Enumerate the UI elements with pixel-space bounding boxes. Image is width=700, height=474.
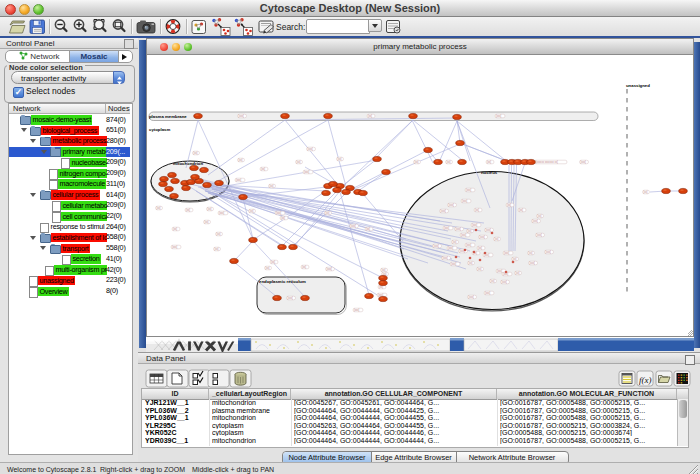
svg-text:[xx]: [xx] [239,158,243,162]
svg-text:[xxx]: [xxx] [496,114,502,118]
svg-text:[xxx]: [xxx] [448,246,454,250]
svg-text:[xx]: [xx] [491,279,495,283]
svg-text:[xx]: [xx] [194,151,198,155]
svg-text:[xx]: [xx] [366,227,370,231]
svg-text:[xx]: [xx] [250,209,254,213]
svg-text:[xxx]: [xxx] [485,291,491,295]
svg-text:[xx]: [xx] [507,203,511,207]
svg-text:[xxx]: [xxx] [504,251,510,255]
svg-text:[xx]: [xx] [513,257,517,261]
svg-text:[xx]: [xx] [495,237,499,241]
svg-text:[xx]: [xx] [644,190,648,194]
svg-text:[xxx]: [xxx] [219,211,225,215]
svg-text:[xxx]: [xxx] [461,233,467,237]
svg-text:cytoplasm: cytoplasm [149,127,170,132]
svg-text:[xx]: [xx] [173,227,177,231]
svg-text:[xx]: [xx] [338,157,342,161]
svg-text:[xx]: [xx] [208,207,212,211]
svg-text:[xx]: [xx] [326,211,330,215]
svg-text:endoplasmic reticulum: endoplasmic reticulum [259,279,306,284]
svg-text:f(x): f(x) [639,375,652,385]
svg-text:[xx]: [xx] [487,160,491,164]
svg-text:[xx]: [xx] [529,251,533,255]
svg-text:[xx]: [xx] [157,206,161,210]
svg-text:[xxx]: [xxx] [172,245,178,249]
svg-text:[xxxxxx xxxxxxx xx]: [xxxxxx xxxxxxx xx] [536,160,559,164]
svg-text:[xxx]: [xxx] [451,262,457,266]
svg-text:unassigned: unassigned [626,83,650,88]
svg-text:[xx]: [xx] [302,265,306,269]
svg-text:[xxx]: [xxx] [441,209,447,213]
svg-text:[xx]: [xx] [538,214,542,218]
svg-text:[xx]: [xx] [217,232,221,236]
svg-text:[xxx]: [xxx] [537,233,543,237]
svg-text:[xxx]: [xxx] [444,226,450,230]
svg-text:[xxx]: [xxx] [434,244,440,248]
svg-text:[xx]: [xx] [215,247,219,251]
svg-text:plasma membrane: plasma membrane [149,114,187,119]
svg-text:[xxx]: [xxx] [354,308,360,312]
svg-text:[xxx]: [xxx] [236,178,242,182]
svg-text:[xxx]: [xxx] [443,256,449,260]
svg-text:[xxx]: [xxx] [351,224,357,228]
svg-text:[xxx]: [xxx] [581,160,587,164]
svg-text:[xx]: [xx] [468,229,472,233]
svg-text:[xxx]: [xxx] [502,280,508,284]
svg-text:nucleus: nucleus [481,170,498,175]
svg-text:[xxx]: [xxx] [276,211,282,215]
svg-text:[xx]: [xx] [205,220,209,224]
svg-text:[xx]: [xx] [368,114,372,118]
svg-text:[xxx]: [xxx] [288,296,294,300]
svg-text:[xxx]: [xxx] [449,203,455,207]
svg-text:[xx]: [xx] [297,160,301,164]
svg-text:[xxx]: [xxx] [469,295,475,299]
svg-text:[xx]: [xx] [415,160,419,164]
svg-text:[xxx]: [xxx] [466,188,472,192]
svg-text:[xx]: [xx] [447,160,451,164]
svg-text:[xx]: [xx] [186,208,190,212]
svg-text:[xxx]: [xxx] [497,269,503,273]
svg-text:[xxx]: [xxx] [456,227,462,231]
svg-text:mitochondrion: mitochondrion [173,161,203,166]
svg-text:[xx]: [xx] [519,208,523,212]
svg-text:[xxx]: [xxx] [308,147,314,151]
svg-text:[xx]: [xx] [266,266,270,270]
svg-text:[xxx]: [xxx] [466,243,472,247]
svg-text:[xxx]: [xxx] [239,114,245,118]
svg-text:[xxx]: [xxx] [480,235,486,239]
svg-text:[xxx]: [xxx] [327,267,333,271]
svg-text:[xxx]: [xxx] [462,199,468,203]
svg-text:[xx]: [xx] [382,268,386,272]
svg-text:[xx]: [xx] [271,260,275,264]
svg-text:[xx]: [xx] [270,184,274,188]
svg-text:[xxx]: [xxx] [472,223,478,227]
svg-text:[xx]: [xx] [469,261,473,265]
svg-text:[xxx]: [xxx] [530,261,536,265]
svg-text:[xxx]: [xxx] [546,250,552,254]
svg-text:[xxx]: [xxx] [533,219,539,223]
svg-text:[xx]: [xx] [478,267,482,271]
svg-text:[xx]: [xx] [475,208,479,212]
svg-text:[xxx]: [xxx] [304,170,310,174]
svg-text:[xx]: [xx] [516,271,520,275]
svg-text:[xx]: [xx] [453,240,457,244]
svg-text:[xx]: [xx] [281,216,285,220]
svg-text:[xx]: [xx] [478,246,482,250]
svg-text:[xx]: [xx] [261,167,265,171]
svg-text:[xxx]: [xxx] [486,228,492,232]
